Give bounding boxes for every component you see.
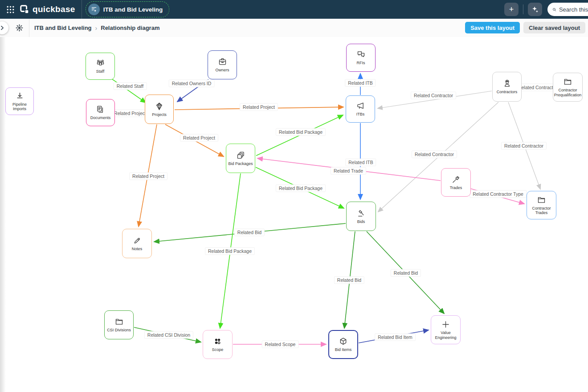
dot-grid-icon	[213, 337, 222, 346]
plus-icon	[441, 320, 450, 329]
node-label: RFIs	[357, 61, 365, 65]
edge-label: Related Bid Item	[375, 334, 416, 341]
topbar-divider	[82, 0, 82, 19]
node-rfis[interactable]: RFIs	[346, 44, 376, 72]
megaphone-icon	[356, 101, 365, 111]
chevron-right-icon	[0, 25, 5, 31]
ai-sparkles-button[interactable]	[528, 3, 542, 16]
clear-layout-button[interactable]: Clear saved layout	[523, 22, 585, 33]
node-owners[interactable]: Owners	[208, 50, 237, 79]
page-toolbar: ITB and Bid Leveling › Relationship diag…	[0, 19, 588, 37]
node-bid-packages[interactable]: Bid Packages	[226, 144, 255, 173]
node-documents[interactable]: Documents	[86, 99, 115, 126]
search-placeholder: Search this	[559, 6, 588, 13]
app-grid-icon[interactable]	[4, 3, 17, 16]
cube-icon	[339, 337, 348, 346]
edge-label: Related Project	[111, 110, 149, 117]
search-icon	[552, 6, 556, 13]
edge-label: Related Bid Package	[205, 248, 255, 255]
toolbar-actions: Save this layout Clear saved layout	[465, 22, 585, 33]
download-icon	[15, 91, 24, 101]
edge-label: Related Contractor Type	[470, 190, 527, 198]
pencil-icon	[132, 236, 142, 245]
node-bids[interactable]: Bids	[346, 202, 376, 231]
relationship-diagram-canvas[interactable]: Related Staff Related Owners ID Related …	[0, 37, 588, 392]
edge-label: Related Bid Package	[276, 128, 326, 136]
node-bid-items[interactable]: Bid Items	[328, 330, 358, 359]
node-contractor-prequalification[interactable]: Contractor Prequalification	[553, 73, 583, 102]
edge-label: Related Bid	[234, 229, 265, 236]
node-label: Value Engineering	[432, 330, 459, 340]
gem-icon	[155, 102, 164, 111]
node-trades[interactable]: Trades	[441, 168, 471, 197]
edge-label: Related Project	[129, 173, 167, 180]
edge-label: Related Project	[240, 103, 278, 111]
edge-label: Related Trade	[331, 167, 366, 175]
edge-label: Related Contractor	[412, 151, 457, 158]
folder-icon	[114, 317, 124, 326]
breadcrumb-separator-icon: ›	[95, 25, 98, 32]
folder-icon	[537, 195, 546, 205]
sparkles-icon	[531, 6, 539, 13]
node-pipeline-imports[interactable]: Pipeline Imports	[5, 87, 34, 115]
node-label: Projects	[152, 112, 167, 117]
edge-label: Related CSI Division	[144, 331, 193, 339]
node-label: Documents	[90, 116, 111, 120]
node-itbs[interactable]: ITBs	[346, 95, 375, 123]
breadcrumb-page: Relationship diagram	[101, 25, 159, 31]
topbar-actions: + Search this	[504, 0, 588, 19]
node-label: CSI Divisions	[107, 328, 131, 332]
chat-bubbles-icon	[356, 50, 366, 59]
edge-label: Related Staff	[114, 83, 147, 90]
expand-panel-button[interactable]	[0, 21, 8, 34]
node-label: Contractor Prequalification	[554, 88, 582, 97]
node-label: Pipeline Imports	[7, 102, 33, 111]
edge-label: Related Bid Package	[276, 185, 326, 192]
node-notes[interactable]: Notes	[122, 229, 152, 258]
search-input[interactable]: Search this	[547, 3, 588, 16]
node-projects[interactable]: Projects	[145, 95, 174, 124]
quickbase-logo[interactable]: quickbase	[20, 4, 75, 14]
stacked-squares-icon	[236, 151, 245, 160]
logo-wordmark: quickbase	[33, 4, 75, 14]
contractor-icon	[502, 79, 512, 88]
node-contractor-trades[interactable]: Contractor Trades	[527, 191, 556, 219]
app-tab-itb-and-bid-leveling[interactable]: ITB and Bid Leveling	[86, 1, 170, 17]
topbar-actions-divider	[523, 4, 523, 14]
people-icon	[96, 58, 105, 68]
plus-icon: +	[509, 5, 514, 14]
node-scope[interactable]: Scope	[203, 330, 233, 359]
edge-label: Related Bid	[391, 269, 421, 277]
save-layout-button[interactable]: Save this layout	[465, 22, 520, 33]
breadcrumb: ITB and Bid Leveling › Relationship diag…	[34, 25, 159, 32]
app-tab-label: ITB and Bid Leveling	[103, 6, 163, 13]
breadcrumb-app[interactable]: ITB and Bid Leveling	[34, 25, 92, 31]
edge-label: Related ITB	[345, 79, 376, 87]
new-app-button[interactable]: +	[504, 3, 519, 16]
edge-label: Related Owners ID	[169, 80, 215, 87]
top-bar: quickbase ITB and Bid Leveling + Search …	[0, 0, 588, 19]
briefcase-icon	[218, 57, 227, 66]
node-label: Contractors	[497, 90, 518, 94]
toolbar-divider	[29, 19, 29, 37]
node-label: Trades	[450, 186, 462, 190]
folder-icon	[563, 77, 572, 87]
node-label: Owners	[215, 68, 229, 72]
edge-label: Related Scope	[262, 341, 299, 348]
node-value-engineering[interactable]: Value Engineering	[431, 315, 461, 344]
node-label: Notes	[132, 247, 143, 251]
node-staff[interactable]: Staff	[86, 53, 115, 80]
settings-gear-button[interactable]	[15, 24, 24, 32]
edge-label: Related Contractor	[501, 142, 547, 150]
gavel-icon	[356, 209, 366, 218]
screwdriver-icon	[451, 175, 461, 184]
documents-icon	[96, 105, 105, 114]
edge-label: Related Contractor	[411, 92, 456, 99]
node-label: Contractor Trades	[528, 206, 555, 215]
node-contractors[interactable]: Contractors	[492, 72, 522, 102]
quickbase-logo-icon	[20, 4, 29, 14]
edge-label: Related Project	[180, 134, 218, 142]
node-csi-divisions[interactable]: CSI Divisions	[104, 310, 134, 339]
edge-label: Related Bid	[334, 276, 364, 284]
gear-icon	[15, 24, 24, 32]
